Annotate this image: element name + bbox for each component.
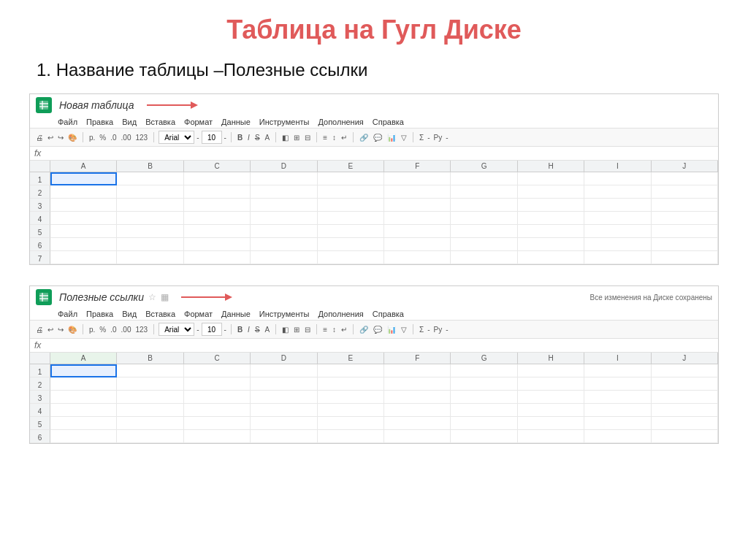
tb-font-1[interactable]: Arial xyxy=(159,131,194,144)
ss2-cell-i2[interactable] xyxy=(584,377,651,391)
cell-e7-1[interactable] xyxy=(318,251,384,264)
ss2-cell-i6[interactable] xyxy=(584,430,651,443)
ss2-cell-a5[interactable] xyxy=(50,417,117,430)
cell-e3-1[interactable] xyxy=(318,199,384,212)
cell-i5-1[interactable] xyxy=(584,225,651,238)
cell-h4-1[interactable] xyxy=(518,212,584,225)
cell-c1-1[interactable] xyxy=(184,172,251,185)
cell-b6-1[interactable] xyxy=(117,238,183,251)
tb2-paintformat[interactable]: 🎨 xyxy=(66,325,78,334)
tb-wrap-1[interactable]: ↵ xyxy=(340,133,348,142)
ss2-cell-c1[interactable] xyxy=(184,364,251,377)
cell-h6-1[interactable] xyxy=(518,238,584,251)
cell-e4-1[interactable] xyxy=(318,212,384,225)
tb2-decimal2[interactable]: .00 xyxy=(120,325,133,334)
cell-e5-1[interactable] xyxy=(318,225,384,238)
cell-f5-1[interactable] xyxy=(384,225,451,238)
menu-edit-1[interactable]: Правка xyxy=(86,118,113,126)
ss2-cell-b4[interactable] xyxy=(117,404,183,417)
ss2-cell-j3[interactable] xyxy=(652,391,718,404)
tb2-percent[interactable]: % xyxy=(98,325,107,334)
ss2-cell-h3[interactable] xyxy=(518,391,584,404)
ss2-cell-h1[interactable] xyxy=(518,364,584,377)
ss2-cell-b6[interactable] xyxy=(117,430,183,443)
menu-edit-2[interactable]: Правка xyxy=(86,310,113,318)
cell-c2-1[interactable] xyxy=(184,185,251,199)
cell-d2-1[interactable] xyxy=(251,185,317,199)
menu-tools-2[interactable]: Инструменты xyxy=(259,310,310,318)
cell-i3-1[interactable] xyxy=(584,199,651,212)
cell-a5-1[interactable] xyxy=(50,225,117,238)
tb-numformat-1[interactable]: 123 xyxy=(134,133,150,142)
tb-fontsize-1[interactable] xyxy=(202,131,222,144)
tb2-fillcolor[interactable]: ◧ xyxy=(280,325,290,334)
menu-tools-1[interactable]: Инструменты xyxy=(259,118,310,126)
tb2-decimal1[interactable]: .0 xyxy=(109,325,118,334)
tb-valign-1[interactable]: ↕ xyxy=(331,133,337,142)
ss2-cell-j2[interactable] xyxy=(652,377,718,391)
cell-b7-1[interactable] xyxy=(117,251,183,264)
cell-c4-1[interactable] xyxy=(184,212,251,225)
cell-b5-1[interactable] xyxy=(117,225,183,238)
cell-h3-1[interactable] xyxy=(518,199,584,212)
ss2-cell-j6[interactable] xyxy=(652,430,718,443)
tb2-chart[interactable]: 📊 xyxy=(386,325,397,334)
cell-f2-1[interactable] xyxy=(384,185,451,199)
tb-decimal1-1[interactable]: .0 xyxy=(109,133,118,142)
menu-file-2[interactable]: Файл xyxy=(58,310,77,318)
menu-help-1[interactable]: Справка xyxy=(373,118,404,126)
ss2-cell-i1[interactable] xyxy=(584,364,651,377)
ss2-cell-g3[interactable] xyxy=(451,391,517,404)
cell-d7-1[interactable] xyxy=(251,251,317,264)
cell-c5-1[interactable] xyxy=(184,225,251,238)
ss2-cell-e2[interactable] xyxy=(318,377,384,391)
ss2-cell-d5[interactable] xyxy=(251,417,317,430)
cell-d6-1[interactable] xyxy=(251,238,317,251)
tb2-sigma[interactable]: Σ xyxy=(418,325,425,334)
cell-d5-1[interactable] xyxy=(251,225,317,238)
tb-chart-1[interactable]: 📊 xyxy=(386,133,397,142)
cell-a1-1[interactable] xyxy=(50,172,117,185)
ss2-cell-g2[interactable] xyxy=(451,377,517,391)
ss2-cell-i3[interactable] xyxy=(584,391,651,404)
ss2-cell-a3[interactable] xyxy=(50,391,117,404)
ss2-cell-d3[interactable] xyxy=(251,391,317,404)
ss2-cell-c2[interactable] xyxy=(184,377,251,391)
cell-g1-1[interactable] xyxy=(451,172,517,185)
cell-g2-1[interactable] xyxy=(451,185,517,199)
tb-italic-1[interactable]: I xyxy=(246,133,251,142)
cell-j2-1[interactable] xyxy=(652,185,718,199)
cell-f6-1[interactable] xyxy=(384,238,451,251)
cell-h2-1[interactable] xyxy=(518,185,584,199)
ss2-cell-h5[interactable] xyxy=(518,417,584,430)
ss2-cell-a6[interactable] xyxy=(50,430,117,443)
ss2-cell-c6[interactable] xyxy=(184,430,251,443)
ss2-cell-h4[interactable] xyxy=(518,404,584,417)
cell-g4-1[interactable] xyxy=(451,212,517,225)
ss2-cell-a4[interactable] xyxy=(50,404,117,417)
ss2-cell-f2[interactable] xyxy=(384,377,451,391)
cell-i6-1[interactable] xyxy=(584,238,651,251)
ss2-cell-i4[interactable] xyxy=(584,404,651,417)
tb-bold-1[interactable]: B xyxy=(236,133,244,142)
ss2-cell-d1[interactable] xyxy=(251,364,317,377)
ss2-cell-e3[interactable] xyxy=(318,391,384,404)
cell-i2-1[interactable] xyxy=(584,185,651,199)
menu-view-1[interactable]: Вид xyxy=(122,118,137,126)
cell-j3-1[interactable] xyxy=(652,199,718,212)
cell-j5-1[interactable] xyxy=(652,225,718,238)
cell-f1-1[interactable] xyxy=(384,172,451,185)
cell-g5-1[interactable] xyxy=(451,225,517,238)
ss2-cell-f6[interactable] xyxy=(384,430,451,443)
cell-a2-1[interactable] xyxy=(50,185,117,199)
tb2-strikethrough[interactable]: S xyxy=(253,325,262,334)
ss2-cell-b5[interactable] xyxy=(117,417,183,430)
tb2-italic[interactable]: I xyxy=(246,325,251,334)
ss2-cell-g1[interactable] xyxy=(451,364,517,377)
tb-print-1[interactable]: 🖨 xyxy=(34,133,45,142)
cell-d3-1[interactable] xyxy=(251,199,317,212)
cell-f4-1[interactable] xyxy=(384,212,451,225)
tb-borders-1[interactable]: ⊞ xyxy=(292,133,301,142)
tb2-numformat[interactable]: 123 xyxy=(134,325,150,334)
cell-b4-1[interactable] xyxy=(117,212,183,225)
